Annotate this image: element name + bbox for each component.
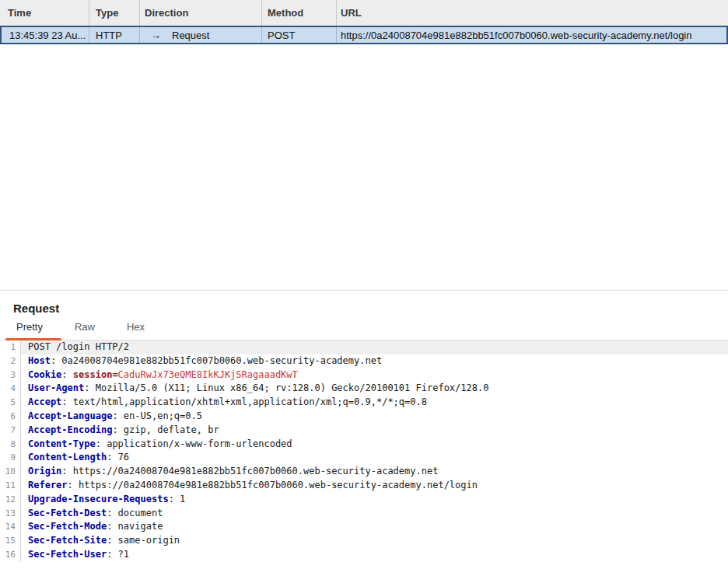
- line-number: 10: [0, 465, 21, 479]
- syntax-segment-plain: : gzip, deflate, br: [112, 424, 219, 435]
- line-content[interactable]: Sec-Fetch-Dest: document: [21, 507, 728, 521]
- line-number: 15: [0, 534, 21, 548]
- syntax-segment-name: Cookie: [28, 369, 61, 380]
- cell-url: https://0a24008704e981e882bb51fc007b0060…: [337, 27, 726, 43]
- syntax-segment-plain: : Mozilla/5.0 (X11; Linux x86_64; rv:128…: [84, 382, 488, 393]
- cell-type: HTTP: [89, 27, 140, 43]
- line-number: 2: [0, 354, 21, 368]
- syntax-segment-name: Sec-Fetch-User: [28, 549, 107, 560]
- line-content[interactable]: Accept-Language: en-US,en;q=0.5: [21, 410, 728, 424]
- request-line[interactable]: 9Content-Length: 76: [0, 451, 728, 465]
- request-line[interactable]: 13Sec-Fetch-Dest: document: [0, 507, 728, 521]
- line-number: 11: [0, 479, 21, 493]
- tab-raw[interactable]: Raw: [75, 316, 95, 340]
- tab-pretty[interactable]: Pretty: [16, 316, 43, 340]
- syntax-segment-name: Content-Type: [28, 438, 96, 449]
- table-row-selected[interactable]: 13:45:39 23 Au... HTTP → Request POST ht…: [0, 26, 728, 44]
- line-content[interactable]: Accept-Encoding: gzip, deflate, br: [21, 424, 728, 438]
- cell-method: POST: [262, 27, 337, 43]
- syntax-segment-name: Sec-Fetch-Dest: [28, 508, 107, 518]
- line-content[interactable]: User-Agent: Mozilla/5.0 (X11; Linux x86_…: [21, 382, 728, 396]
- request-line[interactable]: 14Sec-Fetch-Mode: navigate: [0, 520, 728, 534]
- line-content[interactable]: POST /login HTTP/2: [21, 340, 728, 354]
- line-content[interactable]: Content-Type: application/x-www-form-url…: [21, 438, 728, 452]
- request-panel-title: Request: [0, 291, 728, 315]
- request-line[interactable]: 16Sec-Fetch-User: ?1: [0, 548, 728, 562]
- syntax-segment-plain: : 0a24008704e981e882bb51fc007b0060.web-s…: [51, 355, 382, 366]
- line-content[interactable]: Sec-Fetch-User: ?1: [21, 548, 728, 562]
- syntax-segment-name: Referer: [28, 480, 68, 490]
- syntax-segment-name: Sec-Fetch-Site: [28, 535, 107, 546]
- empty-area: [0, 44, 728, 290]
- line-content[interactable]: Cookie: session=CaduRwJx73eQME8IkKJKjSRa…: [21, 368, 728, 382]
- cell-time: 13:45:39 23 Au...: [2, 27, 89, 43]
- request-line[interactable]: 6Accept-Language: en-US,en;q=0.5: [0, 410, 728, 424]
- tab-hex[interactable]: Hex: [127, 316, 145, 340]
- syntax-segment-plain: : https://0a24008704e981e882bb51fc007b00…: [61, 466, 438, 476]
- table-header-row: Time Type Direction Method URL: [0, 0, 728, 26]
- line-number: 6: [0, 410, 21, 424]
- request-line[interactable]: 11Referer: https://0a24008704e981e882bb5…: [0, 479, 728, 493]
- syntax-segment-name: Upgrade-Insecure-Requests: [28, 494, 169, 504]
- column-header-time[interactable]: Time: [0, 0, 89, 26]
- line-content[interactable]: Origin: https://0a24008704e981e882bb51fc…: [21, 465, 728, 479]
- syntax-segment-plain: : document: [107, 508, 163, 518]
- syntax-segment-plain: : https://0a24008704e981e882bb51fc007b00…: [68, 480, 478, 490]
- column-header-url[interactable]: URL: [337, 0, 728, 26]
- request-view-tabs: Pretty Raw Hex: [0, 315, 728, 340]
- request-line[interactable]: 7Accept-Encoding: gzip, deflate, br: [0, 424, 728, 438]
- line-content[interactable]: Sec-Fetch-Site: same-origin: [21, 534, 728, 548]
- syntax-segment-plain: : same-origin: [107, 535, 180, 546]
- request-editor[interactable]: 1POST /login HTTP/22Host: 0a24008704e981…: [0, 340, 728, 562]
- syntax-segment-plain: POST /login HTTP/2: [28, 341, 129, 352]
- syntax-segment-cname: session=: [73, 369, 118, 380]
- line-number: 7: [0, 424, 21, 438]
- request-line[interactable]: 1POST /login HTTP/2: [0, 340, 728, 354]
- request-line[interactable]: 15Sec-Fetch-Site: same-origin: [0, 534, 728, 548]
- syntax-segment-name: Sec-Fetch-Mode: [28, 521, 107, 532]
- line-number: 9: [0, 451, 21, 465]
- cell-direction: → Request: [140, 27, 262, 43]
- line-number: 1: [0, 340, 21, 354]
- request-line[interactable]: 5Accept: text/html,application/xhtml+xml…: [0, 396, 728, 410]
- line-number: 8: [0, 438, 21, 452]
- syntax-segment-plain: : text/html,application/xhtml+xml,applic…: [61, 396, 427, 407]
- line-number: 5: [0, 396, 21, 410]
- line-number: 3: [0, 368, 21, 382]
- line-content[interactable]: Content-Length: 76: [21, 451, 728, 465]
- syntax-segment-name: Accept-Language: [28, 410, 112, 421]
- syntax-segment-plain: :: [61, 369, 72, 380]
- request-line[interactable]: 3Cookie: session=CaduRwJx73eQME8IkKJKjSR…: [0, 368, 728, 382]
- syntax-segment-plain: : en-US,en;q=0.5: [112, 410, 202, 421]
- syntax-segment-plain: : navigate: [107, 521, 163, 532]
- request-panel: Request Pretty Raw Hex 1POST /login HTTP…: [0, 290, 728, 562]
- line-number: 4: [0, 382, 21, 396]
- syntax-segment-plain: : 1: [169, 494, 186, 504]
- line-number: 12: [0, 493, 21, 507]
- line-content[interactable]: Referer: https://0a24008704e981e882bb51f…: [21, 479, 728, 493]
- line-content[interactable]: Host: 0a24008704e981e882bb51fc007b0060.w…: [21, 354, 728, 368]
- syntax-segment-name: Origin: [28, 466, 61, 476]
- syntax-segment-name: User-Agent: [28, 382, 84, 393]
- syntax-segment-plain: : 76: [107, 452, 129, 463]
- request-line[interactable]: 4User-Agent: Mozilla/5.0 (X11; Linux x86…: [0, 382, 728, 396]
- column-header-type[interactable]: Type: [89, 0, 140, 26]
- column-header-direction[interactable]: Direction: [140, 0, 262, 26]
- syntax-segment-plain: : application/x-www-form-urlencoded: [96, 438, 292, 449]
- syntax-segment-name: Accept: [28, 396, 61, 407]
- syntax-segment-name: Accept-Encoding: [28, 424, 112, 435]
- request-line[interactable]: 12Upgrade-Insecure-Requests: 1: [0, 493, 728, 507]
- line-number: 16: [0, 548, 21, 562]
- request-line[interactable]: 2Host: 0a24008704e981e882bb51fc007b0060.…: [0, 354, 728, 368]
- syntax-segment-name: Host: [28, 355, 51, 366]
- line-number: 14: [0, 520, 21, 534]
- column-header-method[interactable]: Method: [262, 0, 337, 26]
- line-content[interactable]: Upgrade-Insecure-Requests: 1: [21, 493, 728, 507]
- line-number: 13: [0, 507, 21, 521]
- syntax-segment-plain: : ?1: [107, 549, 129, 560]
- syntax-segment-name: Content-Length: [28, 452, 107, 463]
- line-content[interactable]: Accept: text/html,application/xhtml+xml,…: [21, 396, 728, 410]
- request-line[interactable]: 8Content-Type: application/x-www-form-ur…: [0, 438, 728, 452]
- request-line[interactable]: 10Origin: https://0a24008704e981e882bb51…: [0, 465, 728, 479]
- line-content[interactable]: Sec-Fetch-Mode: navigate: [21, 520, 728, 534]
